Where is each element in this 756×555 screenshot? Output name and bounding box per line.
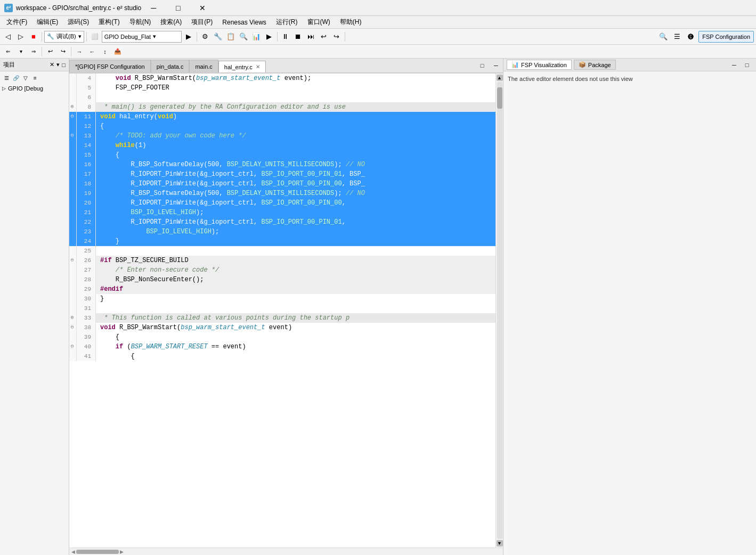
debug-config-dropdown[interactable]: 🔧 调试(B) ▾ bbox=[44, 31, 84, 43]
linecontent-27: /* Enter non-secure code */ bbox=[96, 265, 495, 275]
gutter-22 bbox=[69, 217, 77, 227]
rp-pkg-label: Package bbox=[588, 62, 611, 68]
menu-search[interactable]: 搜索(A) bbox=[156, 17, 186, 28]
rp-viz-label: FSP Visualization bbox=[521, 62, 567, 68]
panel-btn-b[interactable]: 🔗 bbox=[12, 74, 20, 82]
tab-pin-data[interactable]: pin_data.c bbox=[151, 60, 190, 72]
restore-button[interactable]: □ bbox=[166, 0, 190, 16]
minimize-button[interactable]: ─ bbox=[141, 0, 166, 16]
tb2-btn-d[interactable]: ↩ bbox=[44, 46, 56, 58]
tab-fsp-config-label: *[GPIO] FSP Configuration bbox=[75, 63, 145, 70]
tb-btn-h[interactable]: ⏹ bbox=[292, 31, 304, 43]
back-button[interactable]: ◁ bbox=[2, 31, 14, 43]
left-panel-menu[interactable]: ▾ bbox=[56, 61, 60, 68]
linenum-23: 23 bbox=[77, 227, 96, 236]
hscroll-thumb[interactable] bbox=[76, 550, 119, 554]
close-button[interactable]: ✕ bbox=[190, 0, 215, 16]
menu-refactor[interactable]: 重构(T) bbox=[94, 17, 124, 28]
editor-hscroll[interactable]: ◀ ▶ bbox=[69, 548, 503, 555]
rp-min-btn[interactable]: ─ bbox=[728, 59, 740, 71]
panel-btn-a[interactable]: ☰ bbox=[2, 74, 11, 82]
menu-source[interactable]: 源码(S) bbox=[63, 17, 93, 28]
left-panel-max[interactable]: □ bbox=[62, 62, 66, 68]
tb-c-btn[interactable]: 🅒 bbox=[685, 31, 696, 43]
menu-navigate[interactable]: 导航(N) bbox=[125, 17, 156, 28]
tab-hal-entry[interactable]: hal_entry.c ✕ bbox=[218, 61, 266, 74]
linenum-33: 33 bbox=[77, 313, 96, 323]
tb-btn-i[interactable]: ⏭ bbox=[305, 31, 317, 43]
sep5 bbox=[345, 32, 345, 42]
gutter-4 bbox=[69, 74, 77, 83]
tb2-btn-h[interactable]: ↕ bbox=[99, 46, 111, 58]
tb-btn-a[interactable]: ⚙ bbox=[199, 31, 211, 43]
tb2-btn-f[interactable]: → bbox=[74, 46, 85, 58]
hscroll-track[interactable] bbox=[76, 550, 119, 554]
editor-maximize[interactable]: □ bbox=[476, 60, 488, 71]
scrollbar-track[interactable] bbox=[497, 82, 502, 539]
stop-button[interactable]: ■ bbox=[28, 31, 39, 43]
tree-arrow-gpio: ▷ bbox=[2, 86, 6, 91]
tb2-btn-g[interactable]: ← bbox=[86, 46, 98, 58]
menu-window[interactable]: 窗口(W) bbox=[303, 17, 335, 28]
gutter-38[interactable]: ⊖ bbox=[69, 323, 77, 332]
panel-btn-c[interactable]: ▽ bbox=[21, 74, 30, 82]
tb-btn-k[interactable]: ↪ bbox=[331, 31, 343, 43]
config-dropdown[interactable]: GPIO Debug_Flat ▾ bbox=[102, 31, 182, 43]
sep-t2b bbox=[71, 47, 71, 56]
config-btn2[interactable]: ▶ bbox=[183, 31, 194, 43]
menu-file[interactable]: 文件(F) bbox=[2, 17, 31, 28]
tb2-btn-b[interactable]: ▾ bbox=[15, 46, 27, 58]
scrollbar-up-btn[interactable]: ▲ bbox=[497, 75, 503, 81]
tb-btn-l[interactable]: ☰ bbox=[671, 31, 683, 43]
editor-minimize[interactable]: ─ bbox=[490, 60, 502, 71]
hscroll-right-btn[interactable]: ▶ bbox=[120, 549, 124, 554]
tab-hal-entry-close[interactable]: ✕ bbox=[256, 64, 260, 70]
menu-edit[interactable]: 编辑(E) bbox=[32, 17, 62, 28]
tb2-btn-c[interactable]: ⇒ bbox=[28, 46, 39, 58]
scrollbar-down-btn[interactable]: ▼ bbox=[497, 540, 503, 546]
tb2-btn-a[interactable]: ⇐ bbox=[2, 46, 14, 58]
hscroll-left-btn[interactable]: ◀ bbox=[71, 549, 75, 554]
menu-renesas[interactable]: Renesas Views bbox=[218, 18, 271, 27]
rp-tab-fsp-viz[interactable]: 📊 FSP Visualization bbox=[507, 60, 572, 70]
gutter-26[interactable]: ⊖ bbox=[69, 256, 77, 265]
code-editor[interactable]: 4 void R_BSP_WarmStart(bsp_warm_start_ev… bbox=[69, 74, 495, 548]
tree-item-gpio[interactable]: ▷ GPIO [Debug bbox=[2, 84, 67, 93]
search-toolbar-btn[interactable]: 🔍 bbox=[657, 31, 669, 43]
tab-fsp-config[interactable]: *[GPIO] FSP Configuration bbox=[69, 60, 151, 72]
tab-main[interactable]: main.c bbox=[189, 60, 218, 72]
gutter-13[interactable]: ⊖ bbox=[69, 131, 77, 141]
tb-btn-b[interactable]: 🔧 bbox=[212, 31, 224, 43]
gutter-40[interactable]: ⊖ bbox=[69, 342, 77, 352]
tb-btn-g[interactable]: ⏸ bbox=[280, 31, 291, 43]
rp-max-btn[interactable]: □ bbox=[741, 59, 753, 71]
code-line-22: 22 R_IOPORT_PinWrite(&g_ioport_ctrl, BSP… bbox=[69, 217, 495, 227]
menu-project[interactable]: 项目(P) bbox=[187, 17, 217, 28]
gutter-33[interactable]: ⊕ bbox=[69, 313, 77, 323]
forward-button[interactable]: ▷ bbox=[15, 31, 27, 43]
tb-btn-c[interactable]: 📋 bbox=[225, 31, 237, 43]
rp-tab-package[interactable]: 📦 Package bbox=[574, 60, 616, 70]
tb-btn-d[interactable]: 🔍 bbox=[238, 31, 249, 43]
tb-btn-e[interactable]: 📊 bbox=[250, 31, 262, 43]
scrollbar-thumb[interactable] bbox=[497, 87, 502, 109]
editor-vscrollbar[interactable]: ▲ ▼ bbox=[495, 74, 503, 548]
tb-btn-f[interactable]: ▶ bbox=[263, 31, 275, 43]
code-line-41: 41 { bbox=[69, 352, 495, 361]
panel-btn-d[interactable]: ≡ bbox=[31, 74, 39, 82]
gutter-31 bbox=[69, 304, 77, 313]
gutter-8[interactable]: ⊕ bbox=[69, 102, 77, 112]
gutter-11[interactable]: ⊖ bbox=[69, 112, 77, 121]
tb2-btn-e[interactable]: ↪ bbox=[57, 46, 69, 58]
linenum-12: 12 bbox=[77, 121, 96, 131]
tb2-btn-i[interactable]: 📤 bbox=[112, 46, 124, 58]
menu-help[interactable]: 帮助(H) bbox=[336, 17, 366, 28]
left-panel-close[interactable]: ✕ bbox=[50, 61, 54, 68]
menu-run[interactable]: 运行(R) bbox=[272, 17, 302, 28]
gutter-20 bbox=[69, 198, 77, 208]
fsp-config-btn[interactable]: FSP Configuration bbox=[698, 31, 754, 43]
tb-btn-j[interactable]: ↩ bbox=[318, 31, 330, 43]
linenum-25: 25 bbox=[77, 246, 96, 256]
rp-message: The active editor element does not use t… bbox=[508, 76, 633, 82]
gutter-18 bbox=[69, 179, 77, 189]
